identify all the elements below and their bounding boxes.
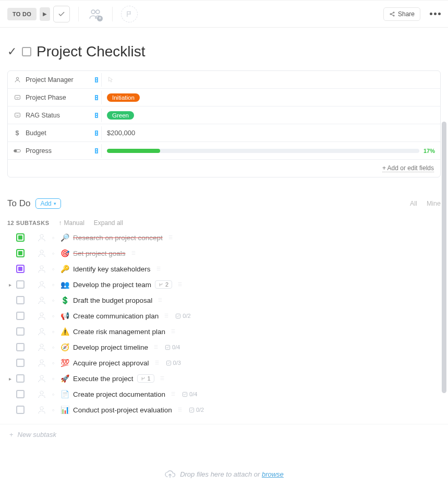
task-checkbox[interactable]	[16, 374, 25, 383]
checklist-badge[interactable]: 0/2	[175, 313, 190, 319]
task-row[interactable]: ○🔑Identify key stakeholders☰	[4, 261, 444, 277]
assignee-slot[interactable]	[37, 358, 46, 368]
assignee-slot[interactable]	[37, 280, 46, 289]
task-checkbox[interactable]	[16, 327, 25, 336]
assignee-slot[interactable]	[37, 295, 46, 305]
more-menu-button[interactable]	[430, 13, 441, 15]
task-row[interactable]: ○💯Acquire project approval☰0/3	[4, 355, 444, 371]
drag-handle-icon[interactable]: ○	[50, 299, 56, 302]
subtask-count-badge[interactable]: 2	[155, 280, 172, 289]
phase-chip[interactable]: Initiation	[107, 93, 140, 102]
priority-flag-button[interactable]	[121, 6, 138, 22]
sort-button[interactable]: ↑ Manual	[58, 219, 84, 227]
task-row[interactable]: ○🎯Set project goals☰	[4, 245, 444, 261]
task-row[interactable]: ○🧭Develop project timeline☰0/4	[4, 339, 444, 355]
field-row-progress[interactable]: Progress 17%	[8, 142, 440, 160]
filter-all[interactable]: All	[410, 200, 417, 207]
drag-handle-icon[interactable]: ○	[50, 346, 56, 349]
task-title[interactable]: Create communication plan	[73, 312, 159, 320]
status-button[interactable]: TO DO	[7, 8, 37, 20]
drag-handle-icon[interactable]: ○	[50, 361, 56, 365]
attachment-dropzone[interactable]: Drop files here to attach or browse	[0, 462, 448, 486]
task-checkbox[interactable]	[16, 249, 25, 257]
drag-handle-icon[interactable]: ○	[50, 408, 56, 412]
checklist-badge[interactable]: 0/2	[189, 407, 204, 413]
field-row-rag[interactable]: RAG Status Green	[8, 106, 440, 124]
task-title[interactable]: Develop the project team	[73, 281, 151, 289]
browse-link[interactable]: browse	[262, 470, 284, 478]
new-subtask-input[interactable]: + New subtask	[0, 424, 448, 445]
scrollbar[interactable]	[442, 122, 446, 393]
field-row-phase[interactable]: Project Phase Initiation	[8, 89, 440, 106]
subtask-count-badge[interactable]: 1	[137, 374, 154, 383]
task-checkbox[interactable]	[16, 296, 25, 304]
task-row[interactable]: ○📄Create project documentation☰0/4	[4, 386, 444, 402]
add-subtask-button[interactable]: Add ▾	[35, 198, 60, 209]
task-row[interactable]: ○📢Create communication plan☰0/2	[4, 308, 444, 324]
assignee-slot[interactable]	[37, 405, 46, 414]
checklist-badge[interactable]: 0/3	[166, 360, 181, 366]
drag-handle-icon[interactable]: ○	[50, 377, 56, 381]
task-title[interactable]: Draft the budget proposal	[73, 297, 152, 304]
task-row[interactable]: ▸○👥Develop the project team2☰	[4, 277, 444, 292]
status-next-button[interactable]: ▶	[40, 7, 50, 21]
task-title[interactable]: Identify key stakeholders	[73, 265, 151, 273]
drag-handle-icon[interactable]: ○	[50, 252, 56, 255]
assignee-slot[interactable]	[37, 389, 46, 399]
task-row[interactable]: ○⚠️Create risk management plan☰	[4, 324, 444, 339]
drag-handle-icon[interactable]: ○	[50, 283, 56, 287]
expand-all-button[interactable]: Expand all	[94, 219, 123, 227]
drag-handle-icon[interactable]: ○	[50, 267, 56, 271]
task-checkbox[interactable]	[16, 343, 25, 351]
grip-icon[interactable]	[95, 113, 98, 118]
assignee-slot[interactable]	[37, 327, 46, 336]
task-title[interactable]: Create risk management plan	[73, 328, 165, 336]
task-title[interactable]: Conduct post-project evaluation	[73, 406, 172, 414]
task-checkbox[interactable]	[16, 390, 25, 398]
grip-icon[interactable]	[95, 148, 98, 153]
task-title[interactable]: Acquire project approval	[73, 359, 149, 367]
task-checkbox[interactable]	[16, 280, 25, 289]
add-edit-fields-link[interactable]: + Add or edit fields	[382, 164, 434, 172]
checklist-badge[interactable]: 0/4	[182, 391, 197, 397]
task-row[interactable]: ○📊Conduct post-project evaluation☰0/2	[4, 402, 444, 418]
drag-handle-icon[interactable]: ○	[50, 236, 56, 240]
budget-value[interactable]: $200,000	[107, 129, 135, 137]
assignee-slot[interactable]	[37, 342, 46, 352]
field-row-manager[interactable]: Project Manager	[8, 71, 440, 89]
task-checkbox[interactable]	[16, 359, 25, 367]
assignee-slot[interactable]	[37, 264, 46, 274]
task-row[interactable]: ▸○🚀Execute the project1☰	[4, 371, 444, 386]
task-title[interactable]: Create project documentation	[73, 390, 165, 398]
assignee-slot[interactable]	[37, 233, 46, 242]
task-checkbox[interactable]	[16, 265, 25, 273]
task-checkbox[interactable]	[16, 406, 25, 414]
drag-handle-icon[interactable]: ○	[50, 393, 56, 396]
assign-users-button[interactable]: +	[87, 6, 104, 22]
rag-chip[interactable]: Green	[107, 111, 134, 120]
field-row-budget[interactable]: $ Budget $200,000	[8, 124, 440, 142]
drag-handle-icon[interactable]: ○	[50, 330, 56, 334]
task-row[interactable]: ○🔎Research on project concept☰	[4, 230, 444, 245]
assignee-slot[interactable]	[37, 374, 46, 383]
grip-icon[interactable]	[95, 95, 98, 100]
filter-mine[interactable]: Mine	[427, 200, 441, 207]
grip-icon[interactable]	[95, 131, 98, 136]
expand-toggle[interactable]: ▸	[7, 376, 13, 382]
task-row[interactable]: ○💲Draft the budget proposal☰	[4, 292, 444, 308]
task-title[interactable]: Develop project timeline	[73, 343, 148, 351]
page-title[interactable]: Project Checklist	[37, 43, 146, 60]
task-checkbox[interactable]	[16, 312, 25, 320]
assignee-slot[interactable]	[37, 311, 46, 321]
checklist-badge[interactable]: 0/4	[165, 344, 180, 350]
task-title[interactable]: Set project goals	[73, 250, 126, 257]
task-checkbox[interactable]	[16, 233, 25, 242]
assignee-slot[interactable]	[37, 248, 46, 258]
task-title[interactable]: Execute the project	[73, 375, 134, 383]
progress-bar[interactable]	[107, 149, 419, 153]
expand-toggle[interactable]: ▸	[7, 282, 13, 288]
grip-icon[interactable]	[95, 77, 98, 82]
task-title[interactable]: Research on project concept	[73, 234, 163, 242]
drag-handle-icon[interactable]: ○	[50, 314, 56, 318]
field-value-manager[interactable]	[102, 74, 440, 86]
